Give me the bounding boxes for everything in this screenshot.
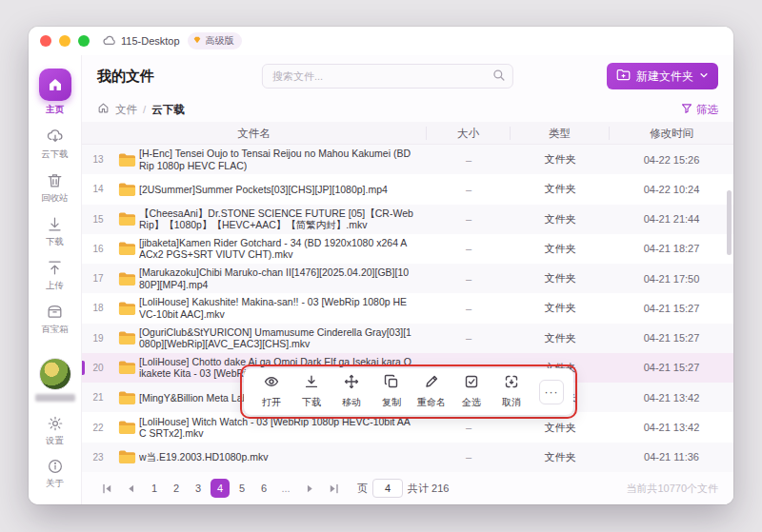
next-page-button[interactable] (300, 479, 319, 498)
table-row[interactable]: 16 [jibaketa]Kamen Rider Gotchard - 34 (… (82, 234, 733, 264)
premium-badge[interactable]: 高级版 (188, 32, 242, 49)
column-header-type[interactable]: 类型 (511, 127, 610, 140)
minimize-window-button[interactable] (59, 35, 70, 47)
file-name: [LoliHouse] Witch Watch - 03 [WebRip 108… (139, 416, 413, 440)
file-name: [Marukazoku]Chibi Maruko-chan II[1476][2… (139, 266, 413, 290)
file-table: 文件名 大小 类型 修改时间 13 [H-Enc] Tensei Oujo to… (82, 122, 733, 472)
move-icon (344, 374, 359, 393)
titlebar: 115-Desktop 高级版 (29, 27, 733, 55)
toolbar-label: 打开 (262, 396, 281, 409)
table-header: 文件名 大小 类型 修改时间 (82, 122, 733, 145)
breadcrumb-current[interactable]: 云下载 (151, 103, 185, 117)
table-body: 13 [H-Enc] Tensei Oujo to Tensai Reijou … (82, 145, 733, 472)
page-button-current[interactable]: 4 (211, 479, 230, 498)
file-size: – (427, 154, 511, 166)
treasure-box-icon (46, 303, 64, 321)
folder-icon (114, 449, 139, 464)
column-header-name[interactable]: 文件名 (82, 127, 427, 140)
table-row[interactable]: 17 [Marukazoku]Chibi Maruko-chan II[1476… (82, 264, 733, 293)
sidebar-label: 主页 (46, 104, 64, 116)
search-input[interactable] (262, 64, 513, 89)
toolbar-rename-button[interactable]: 重命名 (413, 374, 450, 409)
new-folder-button[interactable]: 新建文件夹 (607, 63, 718, 89)
app-title-group: 115-Desktop (103, 35, 180, 48)
page-button[interactable]: 1 (145, 479, 164, 498)
close-window-button[interactable] (40, 35, 51, 47)
sidebar-label: 回收站 (41, 192, 69, 205)
file-modified: 04-22 15:26 (610, 154, 733, 166)
username-redacted (35, 394, 75, 402)
download-icon (304, 374, 319, 393)
toolbar-copy-button[interactable]: 复制 (373, 374, 410, 409)
row-index: 17 (82, 273, 114, 284)
sidebar-item-recycle-bin[interactable]: 回收站 (29, 166, 81, 209)
search-icon (492, 69, 506, 86)
toolbar-cancel-button[interactable]: 取消 (493, 374, 530, 409)
checkbox-checked-icon (464, 374, 479, 393)
table-row[interactable]: 15 【CheesaAni】Dr.STONE SCIENCE FUTURE [0… (82, 205, 733, 234)
first-page-button[interactable] (97, 479, 116, 498)
gear-icon (47, 415, 64, 432)
table-row[interactable]: 13 [H-Enc] Tensei Oujo to Tensai Reijou … (82, 145, 733, 174)
page-ellipsis[interactable]: ... (276, 479, 295, 498)
toolbar-more-button[interactable]: ··· (539, 380, 564, 404)
last-page-button[interactable] (324, 479, 343, 498)
row-index: 23 (82, 452, 114, 463)
file-type: 文件夹 (511, 212, 610, 227)
page-button[interactable]: 3 (189, 479, 208, 498)
page-button[interactable]: 5 (232, 479, 251, 498)
info-icon (47, 458, 64, 475)
sidebar-item-cloud-download[interactable]: 云下载 (29, 121, 81, 166)
filter-button[interactable]: 筛选 (681, 103, 718, 117)
sidebar-item-treasure-box[interactable]: 百宝箱 (29, 297, 81, 341)
toolbar-label: 取消 (502, 396, 521, 409)
toolbar-select-all-button[interactable]: 全选 (453, 374, 490, 409)
selection-toolbar: 打开 下载 移动 (244, 368, 573, 415)
user-avatar[interactable] (39, 358, 71, 390)
sidebar-item-download[interactable]: 下载 (29, 209, 81, 253)
table-row[interactable]: 19 [OguriClub&StYURICON] Umamusume Cinde… (82, 324, 733, 353)
home-icon (39, 69, 71, 101)
prev-page-button[interactable] (121, 479, 140, 498)
page-jump-label: 页 (357, 482, 368, 496)
sidebar-item-home[interactable]: 主页 (29, 63, 81, 121)
file-size: – (427, 243, 511, 254)
vertical-scrollbar-thumb[interactable] (727, 190, 732, 255)
toolbar-download-button[interactable]: 下载 (293, 374, 330, 409)
table-row[interactable]: 14 [2USummer]Summer Pockets[03][CHS][JP]… (82, 174, 733, 204)
file-type: 文件夹 (511, 152, 610, 167)
pagination-bar: 123456... 页 共计 216 当前共10770个文件 (82, 472, 733, 504)
file-size: – (427, 273, 511, 285)
folder-icon (114, 152, 139, 167)
page-button[interactable]: 6 (254, 479, 273, 498)
breadcrumb-root[interactable]: 文件 (115, 103, 137, 117)
file-size: – (427, 303, 511, 314)
maximize-window-button[interactable] (78, 35, 90, 47)
file-name: [jibaketa]Kamen Rider Gotchard - 34 (BD … (139, 237, 413, 261)
column-header-modified[interactable]: 修改时间 (610, 127, 733, 140)
upload-icon (46, 259, 64, 277)
toolbar-label: 全选 (462, 396, 481, 409)
sidebar-label: 云下载 (41, 148, 69, 161)
folder-plus-icon (616, 69, 631, 84)
table-row[interactable]: 18 [LoliHouse] Kakushite! Makina-san!! -… (82, 293, 733, 323)
row-index: 21 (82, 392, 114, 403)
search-box (262, 64, 513, 89)
toolbar-move-button[interactable]: 移动 (333, 374, 370, 409)
toolbar-open-button[interactable]: 打开 (253, 374, 290, 409)
page-button[interactable]: 2 (167, 479, 186, 498)
sidebar: 主页 云下载 回收站 下载 (29, 55, 82, 504)
sidebar-item-upload[interactable]: 上传 (29, 253, 81, 297)
breadcrumb-home-icon[interactable] (97, 101, 110, 118)
page-jump-input[interactable] (372, 479, 403, 498)
window-controls (40, 35, 90, 47)
sidebar-item-settings[interactable]: 设置 (29, 409, 81, 452)
new-folder-label: 新建文件夹 (636, 69, 693, 85)
table-row[interactable]: 23 w当.E19.2003.HD1080p.mkv – 文件夹 04-21 1… (82, 443, 733, 472)
row-index: 19 (82, 333, 114, 344)
app-window: 115-Desktop 高级版 主页 云下载 (29, 27, 733, 504)
page-buttons: 123456... (145, 479, 295, 498)
deselect-icon (504, 374, 519, 393)
column-header-size[interactable]: 大小 (427, 127, 511, 140)
sidebar-item-about[interactable]: 关于 (29, 452, 81, 495)
